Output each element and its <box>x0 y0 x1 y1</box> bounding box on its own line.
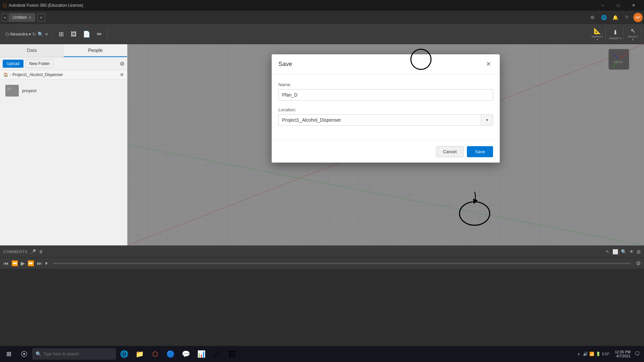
upload-button[interactable]: Upload <box>3 60 23 68</box>
start-button[interactable]: ⊞ <box>1 347 16 361</box>
svg-point-15 <box>23 353 25 355</box>
svg-point-12 <box>460 202 490 225</box>
untitled-tab[interactable]: Untitled ✕ <box>9 13 35 22</box>
breadcrumb-home-icon[interactable]: 🏠 <box>3 72 8 77</box>
breadcrumb-project[interactable]: Project1_Alcohol_Dispenser <box>12 72 63 77</box>
taskbar-fusion360-icon[interactable]: ⬡ <box>148 347 162 361</box>
box-select-icon[interactable]: ⬜ <box>612 249 618 254</box>
location-form-group: Location: ▾ <box>278 107 493 126</box>
name-form-group: Name: <box>278 82 493 101</box>
viewport[interactable]: X Y Z FRONT Save ✕ Name: Loca <box>127 44 644 245</box>
step-back-btn[interactable]: ⏪ <box>11 260 18 266</box>
microphone-icon[interactable]: 🎤 <box>30 249 36 254</box>
folder-icon <box>5 85 19 97</box>
taskbar-photos-icon[interactable]: 🖼 <box>225 347 239 361</box>
taskbar-chrome-icon[interactable]: 🔵 <box>163 347 178 361</box>
tab-close-icon[interactable]: ✕ <box>29 16 31 19</box>
refresh-btn[interactable]: ↻ <box>32 32 36 37</box>
user-avatar[interactable]: AP <box>633 13 643 22</box>
panel-settings-icon[interactable]: ⚙ <box>120 61 124 67</box>
folder-name[interactable]: proyect <box>22 88 37 93</box>
taskbar-clock[interactable]: 12:05 PM 4/7/2021 <box>612 349 633 359</box>
filter-btn[interactable]: ▾ <box>45 260 48 266</box>
view-toggle-btn[interactable]: 🖼 <box>68 27 80 41</box>
window-controls: − □ ✕ <box>595 0 641 11</box>
tab-dropdown-btn[interactable]: ▾ <box>1 13 8 21</box>
grid-view-btn[interactable]: ⊞ <box>55 27 67 41</box>
save-dialog: Save ✕ Name: Location: ▾ <box>272 54 500 163</box>
playback-bar: ⏮ ⏪ ▶ ⏩ ⏭ ▾ ⚙ <box>0 257 644 269</box>
timeline-settings-btn[interactable]: ⚙ <box>636 260 641 266</box>
cancel-button[interactable]: Cancel <box>436 146 464 157</box>
breadcrumb-gear-icon[interactable]: ⚙ <box>120 72 124 77</box>
taskbar-search-input[interactable] <box>43 352 113 356</box>
taskbar-right: ∧ 🔊 📶 🔋 ESP 12:05 PM 4/7/2021 🗨 <box>577 349 643 359</box>
network-icon[interactable]: 📶 <box>589 352 594 356</box>
select-section: ↖ SELECT ▾ <box>625 27 641 41</box>
name-input[interactable] <box>278 89 493 101</box>
name-label: Name: <box>278 82 493 87</box>
taskbar-app5-icon[interactable]: 📊 <box>194 347 209 361</box>
go-end-btn[interactable]: ⏭ <box>37 260 42 266</box>
help-icon-btn[interactable]: ? <box>622 13 631 22</box>
taskbar: ⊞ 🔍 🌐 📁 ⬡ 🔵 💬 📊 🖊 🖼 ∧ 🔊 📶 🔋 ESP 12:05 PM… <box>0 346 644 362</box>
cursor-tool-icon[interactable]: ↖ <box>606 249 610 254</box>
new-folder-button[interactable]: New Folder <box>25 59 53 68</box>
insert-btn[interactable]: ⬇ INSERT ▾ <box>609 27 621 41</box>
online-icon-btn[interactable]: 🌐 <box>599 13 608 22</box>
main-layout: Data People Upload New Folder ⚙ 🏠 › Proj… <box>0 44 644 245</box>
tab-data[interactable]: Data <box>0 44 64 57</box>
annotation-save <box>454 188 495 230</box>
list-item[interactable]: proyect <box>3 82 124 99</box>
tray-expand-icon[interactable]: ∧ <box>577 352 580 356</box>
taskbar-app6-icon[interactable]: 🖊 <box>209 347 224 361</box>
battery-icon[interactable]: 🔋 <box>596 352 601 356</box>
dialog-overlay: Save ✕ Name: Location: ▾ <box>127 44 644 245</box>
sheet-btn[interactable]: 📄 <box>80 27 93 41</box>
taskbar-edge-icon[interactable]: 🌐 <box>117 347 131 361</box>
minimize-button[interactable]: − <box>595 0 610 11</box>
panel-toolbar: Upload New Folder ⚙ <box>0 57 127 70</box>
taskbar-search-box[interactable]: 🔍 <box>32 348 116 360</box>
taskview-btn[interactable] <box>17 347 32 361</box>
app-icon: ⬡ <box>3 3 7 8</box>
settings-icon-btn[interactable]: ⚙ <box>588 13 597 22</box>
add-tab-button[interactable]: + <box>37 13 45 21</box>
save-button[interactable]: Save <box>467 146 493 157</box>
notification-icon[interactable]: 🗨 <box>635 351 640 357</box>
tab-people[interactable]: People <box>64 44 127 57</box>
go-start-btn[interactable]: ⏮ <box>3 260 9 266</box>
breadcrumb-separator: › <box>10 72 11 77</box>
step-fwd-btn[interactable]: ⏩ <box>28 260 34 266</box>
taskbar-teams-icon[interactable]: 💬 <box>178 347 193 361</box>
taskbar-explorer-icon[interactable]: 📁 <box>132 347 147 361</box>
grid-icon[interactable]: ⊞ <box>637 249 641 254</box>
keyboard-icon: ESP <box>602 352 609 356</box>
panel-tabs: Data People <box>0 44 127 57</box>
dialog-body: Name: Location: ▾ <box>272 74 500 140</box>
sketch-btn[interactable]: ✏ <box>93 27 105 41</box>
close-panel-btn[interactable]: ✕ <box>45 32 49 37</box>
inspect-btn[interactable]: 📐 INSPECT ▾ <box>591 27 603 41</box>
location-dropdown-btn[interactable]: ▾ <box>481 114 493 126</box>
zoom-icon[interactable]: 🔍 <box>621 249 627 254</box>
maximize-button[interactable]: □ <box>610 0 626 11</box>
play-btn[interactable]: ▶ <box>21 260 25 266</box>
tab-bar: ▾ Untitled ✕ + ⚙ 🌐 🔔 ? AP <box>0 11 644 24</box>
search-btn[interactable]: 🔍 <box>38 32 43 37</box>
view-icon[interactable]: 👁 <box>629 249 634 254</box>
location-input[interactable] <box>278 114 481 126</box>
speaker-icon[interactable]: 🔊 <box>583 352 588 356</box>
location-row: ▾ <box>278 114 493 126</box>
dialog-footer: Cancel Save <box>272 140 500 163</box>
dialog-header: Save ✕ <box>272 54 500 74</box>
select-btn[interactable]: ↖ SELECT ▾ <box>627 27 639 41</box>
notifications-icon-btn[interactable]: 🔔 <box>610 13 620 22</box>
taskbar-time: 12:05 PM <box>615 350 631 354</box>
pause-icon[interactable]: ⏸ <box>39 249 43 254</box>
taskbar-sys-icons: 🔊 📶 🔋 ESP <box>582 352 611 356</box>
dialog-close-button[interactable]: ✕ <box>484 60 493 68</box>
user-display[interactable]: ⬡ Alexandra ▾ <box>5 32 31 37</box>
timeline-track[interactable] <box>53 263 631 264</box>
close-button[interactable]: ✕ <box>626 0 641 11</box>
